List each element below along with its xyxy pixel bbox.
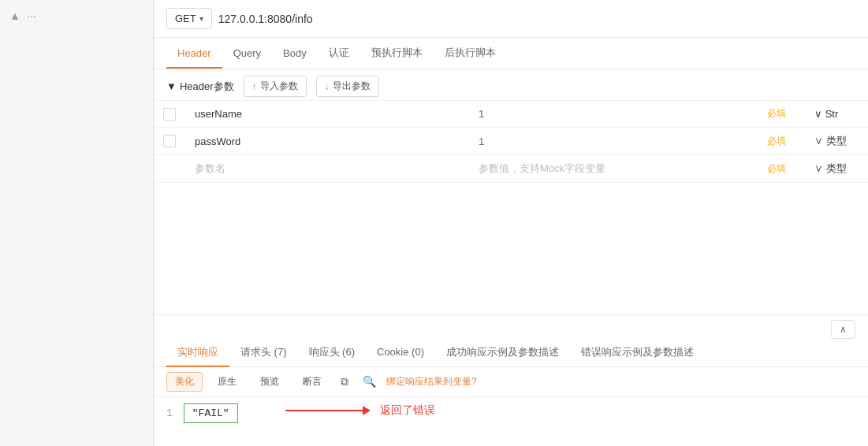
response-tabs: 实时响应 请求头 (7) 响应头 (6) Cookie (0) 成功响应示例及参… [154,339,868,367]
row2-checkbox[interactable] [163,135,176,147]
import-icon: ↑ [252,81,257,92]
tab-pre-script[interactable]: 预执行脚本 [360,38,434,69]
params-toggle[interactable]: ▼ Header参数 [166,80,234,94]
tab-auth[interactable]: 认证 [318,38,360,69]
response-code-value: "FAIL" [184,403,238,423]
import-params-label: 导入参数 [260,80,298,93]
request-tabs: Header Query Body 认证 预执行脚本 后执行脚本 [154,38,868,69]
collapse-area: ∧ [154,315,868,339]
tab-post-script[interactable]: 后执行脚本 [434,38,507,69]
response-tab-realtime[interactable]: 实时响应 [166,339,229,367]
sidebar-dots-icon[interactable]: ··· [27,9,36,22]
params-table-container: userName 1 必填 ∨ Str passWord 1 必填 ∨ [154,101,868,183]
spacer [154,183,868,314]
row1-checkbox[interactable] [163,108,176,121]
url-input[interactable] [218,13,855,25]
response-tab-error-example[interactable]: 错误响应示例及参数描述 [570,339,705,367]
row2-required: 必填 [767,136,786,147]
beautify-button[interactable]: 美化 [166,372,203,392]
import-params-button[interactable]: ↑ 导入参数 [244,76,307,97]
row1-required: 必填 [767,108,786,119]
response-tab-response-headers[interactable]: 响应头 (6) [298,339,367,367]
response-tab-success-example[interactable]: 成功响应示例及参数描述 [435,339,570,367]
row1-name[interactable]: userName [195,108,242,120]
assertion-button[interactable]: 断言 [294,372,330,392]
row2-type: 类型 [826,135,847,147]
tab-body[interactable]: Body [272,39,318,69]
table-row: userName 1 必填 ∨ Str [154,101,868,128]
row3-type: 类型 [826,162,847,174]
line-number: 1 [166,407,173,419]
tab-query[interactable]: Query [222,39,272,69]
row1-type: Str [825,108,839,120]
params-table: userName 1 必填 ∨ Str passWord 1 必填 ∨ [154,101,868,183]
params-section-label: Header参数 [180,80,234,94]
params-section-header: ▼ Header参数 ↑ 导入参数 ↓ 导出参数 [154,69,868,101]
response-section: ∧ 实时响应 请求头 (7) 响应头 (6) Cookie (0) 成功响应示例… [154,314,868,447]
collapse-button[interactable]: ∧ [831,320,855,339]
url-bar: GET ▾ [154,0,868,38]
response-tab-request-headers[interactable]: 请求头 (7) [229,339,298,367]
row1-value[interactable]: 1 [479,108,484,120]
table-row: passWord 1 必填 ∨ 类型 [154,128,868,155]
sidebar-up-arrow-icon[interactable]: ▲ [9,9,20,22]
search-button[interactable]: 🔍 [359,374,380,389]
row3-name-placeholder[interactable]: 参数名 [195,162,225,174]
row3-required: 必填 [767,163,786,174]
row2-type-chevron-icon: ∨ [814,135,826,147]
bind-variable-link[interactable]: 绑定响应结果到变量? [386,375,477,388]
tab-header[interactable]: Header [166,39,222,69]
row1-type-chevron-icon: ∨ [814,108,825,120]
method-chevron-icon: ▾ [199,14,203,23]
copy-button[interactable]: ⧉ [337,374,352,390]
method-button[interactable]: GET ▾ [166,8,212,29]
error-arrow-indicator: 返回了错误 [285,403,435,418]
export-params-button[interactable]: ↓ 导出参数 [316,76,379,97]
sidebar: ▲ ··· [0,0,154,446]
export-params-label: 导出参数 [333,80,371,93]
preview-button[interactable]: 预览 [251,372,288,392]
sidebar-controls: ▲ ··· [3,6,43,25]
params-toggle-arrow-icon: ▼ [166,80,177,92]
table-row: 参数名 参数值，支持Mock字段变量 必填 ∨ 类型 [154,155,868,183]
response-code-block: 1 "FAIL" [166,403,238,423]
raw-button[interactable]: 原生 [209,372,245,392]
main-panel: GET ▾ Header Query Body 认证 预执行脚本 后执行脚本 ▼… [154,0,868,446]
method-label: GET [175,13,196,24]
row2-value[interactable]: 1 [479,136,484,147]
row2-name[interactable]: passWord [195,136,240,147]
response-tab-cookie[interactable]: Cookie (0) [366,340,435,366]
error-message-label: 返回了错误 [380,403,435,418]
row3-value-placeholder[interactable]: 参数值，支持Mock字段变量 [479,162,605,174]
response-body: 1 "FAIL" 返回了错误 [154,397,868,447]
response-toolbar: 美化 原生 预览 断言 ⧉ 🔍 绑定响应结果到变量? [154,367,868,397]
row3-type-chevron-icon: ∨ [814,162,826,174]
export-icon: ↓ [325,81,330,92]
